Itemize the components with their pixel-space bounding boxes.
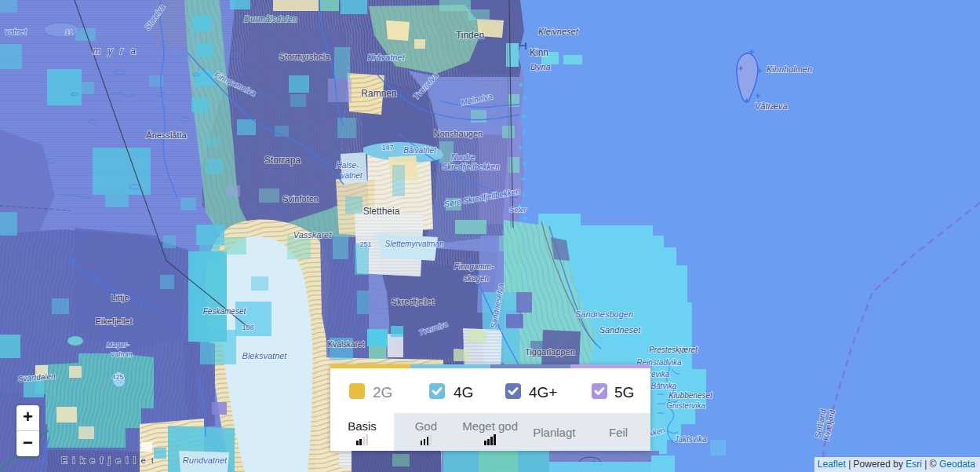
svg-text:Nordre: Nordre (451, 153, 475, 162)
svg-text:vatnet: vatnet (341, 171, 362, 180)
svg-text:Tinden: Tinden (456, 30, 484, 41)
svg-text:Båtvika: Båtvika (651, 382, 677, 390)
svg-text:Mager-: Mager- (107, 341, 129, 349)
svg-text:Gnistervika: Gnistervika (666, 401, 705, 410)
svg-text:425: 425 (111, 373, 123, 381)
svg-text:E i k e f j e l l e t: E i k e f j e l l e t (61, 456, 155, 465)
svg-text:Sandnesbogen: Sandnesbogen (575, 309, 633, 319)
svg-text:147: 147 (381, 144, 393, 152)
svg-text:Kleivneset: Kleivneset (538, 27, 579, 36)
svg-text:Våtræva: Våtræva (755, 101, 788, 111)
svg-text:vatnet: vatnet (5, 27, 27, 36)
svg-text:11: 11 (65, 28, 72, 36)
svg-text:Svinfoten: Svinfoten (282, 194, 319, 203)
svg-text:251: 251 (359, 240, 371, 248)
svg-text:Kinnholmen: Kinnholmen (767, 64, 812, 74)
svg-text:Skredfjellet: Skredfjellet (392, 297, 434, 306)
svg-text:Presteskjæret: Presteskjæret (649, 346, 698, 354)
svg-text:Eikefjellet: Eikefjellet (95, 316, 132, 326)
svg-text:Slettheia: Slettheia (363, 206, 400, 217)
svg-text:Kvalskaret: Kvalskaret (328, 340, 365, 349)
svg-text:Tiggarlappen: Tiggarlappen (525, 347, 575, 357)
svg-text:Feskameset: Feskameset (203, 307, 247, 316)
svg-text:Seter: Seter (509, 206, 527, 214)
svg-text:Skredfjellbekken: Skredfjellbekken (442, 163, 500, 171)
svg-text:Kinn: Kinn (530, 47, 548, 58)
svg-text:Rundvatnet: Rundvatnet (183, 456, 228, 465)
svg-text:Ramnen: Ramnen (361, 88, 396, 99)
svg-text:Littje: Littje (111, 293, 129, 302)
svg-text:108: 108 (242, 324, 253, 331)
svg-text:skogen: skogen (464, 274, 490, 283)
svg-text:Nonshaugen: Nonshaugen (434, 129, 483, 138)
svg-text:m y r a: m y r a (93, 46, 138, 57)
svg-text:Dyna: Dyna (530, 62, 551, 71)
svg-text:Stormyrsheia: Stormyrsheia (279, 52, 331, 61)
svg-text:Jaktsvika: Jaktsvika (673, 435, 707, 444)
svg-text:Kråvatnet: Kråvatnet (367, 53, 405, 62)
svg-text:vatnan: vatnan (111, 350, 132, 358)
svg-text:Durmålsdalen: Durmålsdalen (244, 14, 297, 24)
svg-text:Klubbeneset: Klubbeneset (669, 391, 713, 400)
svg-text:Bålvatnet: Bålvatnet (403, 146, 437, 155)
svg-text:Storrapa: Storrapa (264, 155, 301, 166)
svg-text:Slettemyrvatman: Slettemyrvatman (384, 240, 443, 248)
svg-text:Sandneset: Sandneset (599, 325, 642, 335)
svg-text:Vasskaret: Vasskaret (293, 230, 332, 240)
svg-text:Finngamm-: Finngamm- (454, 262, 494, 271)
svg-text:Ånesslåtta: Ånesslåtta (146, 130, 187, 140)
svg-text:Bleksvatnet: Bleksvatnet (242, 351, 288, 360)
svg-text:Halse-: Halse- (337, 161, 360, 170)
